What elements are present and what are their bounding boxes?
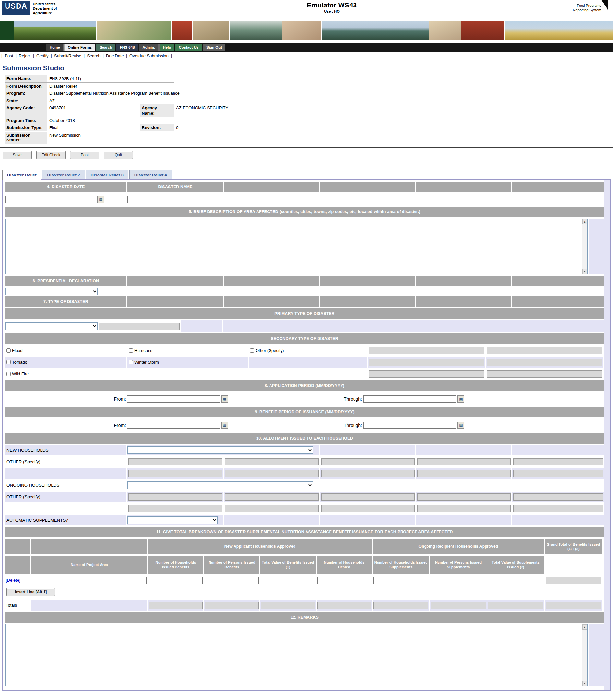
hh-issued-benefits-input[interactable]: [149, 577, 203, 584]
nav-home[interactable]: Home: [46, 44, 64, 51]
disaster-name-input[interactable]: [128, 196, 223, 203]
delete-row-link[interactable]: [Delete]: [6, 578, 21, 583]
separator: |: [103, 53, 103, 59]
header-spacer-cell: [5, 556, 30, 574]
header-spacer-cell: [31, 539, 147, 554]
section-4-header-row: 4. DISASTER DATE DISASTER NAME: [5, 182, 604, 192]
winter-storm-checkbox[interactable]: [129, 360, 133, 364]
scroll-up-icon[interactable]: ▲: [582, 624, 587, 630]
through-label: Through:: [230, 423, 362, 428]
banner-photo: [172, 21, 192, 40]
application-from-input[interactable]: [127, 396, 220, 403]
quit-button[interactable]: Quit: [104, 151, 133, 159]
new-households-allotment-select[interactable]: [128, 446, 313, 454]
spacer: [511, 321, 604, 332]
flood-checkbox[interactable]: [6, 348, 11, 353]
other-allotment-input: [225, 505, 318, 512]
post-button[interactable]: Post: [70, 151, 99, 159]
automatic-supplements-select[interactable]: [128, 516, 218, 524]
area-affected-textarea[interactable]: [5, 219, 587, 274]
hh-issued-supplements-input[interactable]: [373, 577, 429, 584]
header-spacer-cell: [224, 182, 319, 192]
dept-line: United States: [33, 2, 57, 7]
scroll-up-icon[interactable]: ▲: [582, 219, 587, 224]
other-specify-checkbox[interactable]: [250, 348, 254, 353]
submit-revise-link[interactable]: Submit/Revise: [53, 53, 83, 59]
scrollbar[interactable]: ▲ ▼: [582, 624, 587, 686]
post-link[interactable]: Post: [3, 53, 15, 59]
tornado-checkbox[interactable]: [6, 360, 11, 364]
search-link[interactable]: Search: [85, 53, 102, 59]
secondary-type-header: SECONDARY TYPE OF DISASTER: [5, 334, 604, 344]
nav-help[interactable]: Help: [159, 44, 174, 51]
header-spacer-cell: [321, 297, 416, 307]
tab-disaster-relief-2[interactable]: Disaster Relief 2: [42, 170, 84, 179]
benefit-through-input[interactable]: [363, 422, 456, 429]
primary-disaster-type-select[interactable]: [5, 322, 97, 330]
breakdown-column-header-row: Name of Project Area Number of Household…: [5, 556, 604, 574]
remarks-textarea[interactable]: [5, 624, 587, 686]
other-allotment-input: [322, 458, 415, 466]
ongoing-households-row: ONGOING HOUSEHOLDS: [5, 480, 604, 491]
form-description-value: Disaster Relief: [47, 83, 255, 90]
hurricane-checkbox[interactable]: [129, 348, 133, 353]
dept-line: Department of: [33, 7, 57, 11]
reject-link[interactable]: Reject: [17, 53, 32, 59]
submission-type-value: Final: [47, 124, 141, 132]
agency-code-value: 0493701: [47, 104, 141, 117]
application-through-input[interactable]: [363, 396, 456, 403]
project-area-name-input[interactable]: [32, 577, 147, 584]
calendar-icon[interactable]: ▦: [221, 396, 228, 403]
calendar-icon[interactable]: ▦: [457, 422, 465, 429]
tab-disaster-relief[interactable]: Disaster Relief: [2, 170, 41, 180]
calendar-icon[interactable]: ▦: [97, 196, 104, 203]
scroll-down-icon[interactable]: ▼: [582, 269, 587, 274]
persons-issued-supplements-input[interactable]: [431, 577, 486, 584]
persons-issued-benefits-input[interactable]: [205, 577, 259, 584]
calendar-icon[interactable]: ▦: [221, 422, 228, 429]
other-allotment-input: [322, 470, 415, 477]
primary-type-row: [5, 321, 604, 332]
system-name: Food Programs Reporting System: [525, 1, 610, 13]
separator: |: [126, 53, 127, 59]
tab-disaster-relief-3[interactable]: Disaster Relief 3: [86, 170, 128, 179]
banner-photo: [461, 21, 504, 40]
wild-fire-checkbox[interactable]: [6, 372, 11, 376]
allotment-header: 10. ALLOTMENT ISSUED TO EACH HOUSEHOLD: [5, 433, 604, 444]
disaster-date-input[interactable]: [5, 196, 96, 203]
totals-persons-issued-input: [205, 602, 259, 609]
overdue-submission-link[interactable]: Overdue Submission: [128, 53, 170, 59]
nav-admin[interactable]: Admin.: [139, 44, 159, 51]
presidential-declaration-select[interactable]: [5, 288, 97, 295]
presidential-declaration-header: 6. PRESIDENTIAL DECLARATION: [5, 276, 127, 286]
nav-contact-us[interactable]: Contact Us: [175, 44, 202, 51]
value-supplements-issued-input[interactable]: [488, 577, 543, 584]
due-date-link[interactable]: Due Date: [104, 53, 126, 59]
agency-name-label: Agency Name:: [141, 104, 173, 117]
nav-online-forms[interactable]: Online Forms: [64, 44, 95, 51]
nav-search[interactable]: Search: [96, 44, 116, 51]
save-button[interactable]: Save: [3, 151, 32, 159]
other-specify-row-2b: [5, 503, 604, 514]
certify-link[interactable]: Certify: [35, 53, 50, 59]
program-label: Program:: [5, 90, 47, 97]
insert-line-button[interactable]: Insert Line [Alt-1]: [6, 588, 55, 596]
other-allotment-input: [417, 470, 510, 477]
hh-denied-input[interactable]: [317, 577, 371, 584]
edit-check-button[interactable]: Edit Check: [36, 151, 66, 159]
usda-logo: USDA: [2, 1, 30, 15]
nav-sign-out[interactable]: Sign Out: [203, 44, 225, 51]
section-6-input-row: [5, 288, 604, 295]
scrollbar[interactable]: ▲ ▼: [582, 219, 587, 274]
nav-fns-648[interactable]: FNS-648: [116, 44, 138, 51]
benefit-from-input[interactable]: [127, 422, 220, 429]
spacer: [173, 75, 255, 83]
primary-type-header: PRIMARY TYPE OF DISASTER: [5, 309, 604, 319]
other-specify-label: Other (Specify): [256, 348, 284, 353]
other-allotment-input: [417, 493, 510, 501]
tab-disaster-relief-4[interactable]: Disaster Relief 4: [129, 170, 172, 179]
value-benefits-issued-input[interactable]: [261, 577, 315, 584]
calendar-icon[interactable]: ▦: [457, 396, 465, 403]
ongoing-households-allotment-select[interactable]: [128, 481, 313, 489]
scroll-down-icon[interactable]: ▼: [582, 681, 587, 686]
